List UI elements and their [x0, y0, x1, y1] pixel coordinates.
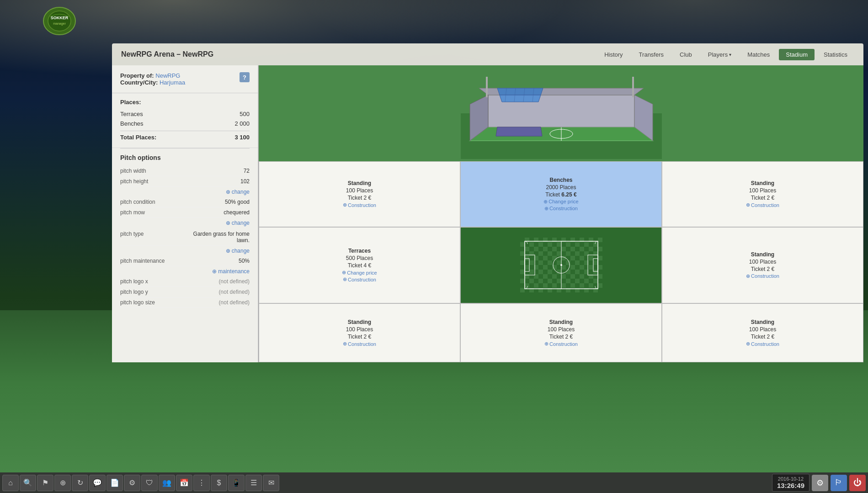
cell-tl-construction-link[interactable]: Construction [343, 202, 376, 208]
city-link[interactable]: Harjumaa [160, 79, 185, 86]
bars-icon[interactable]: ☰ [245, 475, 262, 491]
change-link-2[interactable]: change [226, 220, 250, 226]
content-body: Property of: NewRPG Country/City: Harjum… [112, 65, 863, 362]
cell-ml-title: Terraces [348, 248, 371, 254]
change-link-3[interactable]: change [226, 248, 250, 254]
terraces-value: 500 [240, 111, 250, 117]
stadium-3d-view [258, 65, 863, 161]
cell-ml-change-price-link[interactable]: Change price [342, 270, 377, 276]
maintenance-link[interactable]: maintenance [212, 268, 250, 275]
coins-icon[interactable]: $ [211, 475, 227, 491]
network-icon[interactable]: ⋮ [193, 475, 210, 491]
refresh-icon[interactable]: ↻ [72, 475, 88, 491]
cell-tr-construction-link[interactable]: Construction [746, 202, 779, 208]
cell-ml-construction-link[interactable]: Construction [343, 276, 376, 282]
gear-action-button[interactable]: ⚙ [812, 475, 828, 491]
country-city-row: Country/City: Harjumaa [120, 79, 185, 86]
flag-action-button[interactable]: 🏳 [831, 475, 847, 491]
terraces-row: Terraces 500 [120, 109, 250, 119]
change-link-1[interactable]: change [226, 189, 250, 195]
stadium-grid: Standing 100 Places Ticket 2 € Construct… [258, 161, 863, 362]
cell-standing-top-right[interactable]: Standing 100 Places Ticket 2 € Construct… [662, 161, 863, 227]
cell-bc-construction-link[interactable]: Construction [544, 341, 578, 347]
cell-bl-construction-link[interactable]: Construction [343, 341, 376, 347]
clock-date: 2016-10-12 [777, 476, 804, 482]
pitch-logo-size-value: (not defined) [219, 299, 250, 306]
cell-standing-bot-right[interactable]: Standing 100 Places Ticket 2 € Construct… [662, 303, 863, 362]
cell-standing-bot-left[interactable]: Standing 100 Places Ticket 2 € Construct… [259, 303, 460, 362]
benches-label: Benches [120, 120, 144, 127]
pitch-type-value: Garden grass for home lawn. [181, 231, 250, 244]
cell-standing-bot-center[interactable]: Standing 100 Places Ticket 2 € Construct… [460, 303, 662, 362]
main-container: NewRPG Arena – NewRPG History Transfers … [112, 43, 863, 470]
cell-tl-title: Standing [348, 180, 371, 186]
search-icon[interactable]: 🔍 [20, 475, 36, 491]
cell-tl-ticket: Ticket 2 € [348, 195, 372, 201]
svg-marker-19 [496, 127, 542, 136]
cell-tc-places: 2000 Places [546, 184, 576, 191]
mail-icon[interactable]: ✉ [263, 475, 279, 491]
benches-value: 2 000 [234, 120, 250, 127]
cell-bl-title: Standing [348, 319, 371, 325]
cell-mr-title: Standing [751, 251, 774, 258]
pitch-logo-x-label: pitch logo x [120, 278, 148, 285]
property-label: Property of: [120, 72, 154, 79]
cell-terraces-mid-left[interactable]: Terraces 500 Places Ticket 4 € Change pr… [259, 227, 460, 304]
shield-icon[interactable]: 🛡 [141, 475, 158, 491]
pitch-type-row: pitch type Garden grass for home lawn. [120, 228, 250, 246]
power-button[interactable]: ⏻ [849, 475, 866, 491]
tab-statistics[interactable]: Statistics [817, 49, 854, 60]
settings-icon[interactable]: ⚙ [124, 475, 140, 491]
logo-svg: SOKKER manager [39, 4, 80, 38]
total-places-value: 3 100 [234, 134, 250, 141]
chat-icon[interactable]: 💬 [89, 475, 106, 491]
pitch-options-section: Pitch options pitch width 72 pitch heigh… [112, 148, 258, 313]
cell-br-construction-link[interactable]: Construction [746, 341, 779, 347]
cell-br-places: 100 Places [749, 326, 776, 333]
pitch-mow-row: pitch mow chequered [120, 207, 250, 218]
svg-point-30 [560, 264, 562, 266]
flag-icon[interactable]: ⚑ [37, 475, 53, 491]
pitch-maintenance-label: pitch maintenance [120, 258, 165, 264]
cell-standing-mid-right[interactable]: Standing 100 Places Ticket 2 € Construct… [662, 227, 863, 304]
cell-bl-places: 100 Places [346, 326, 373, 333]
tab-matches[interactable]: Matches [740, 49, 777, 60]
cell-tc-price: 6.25 € [561, 191, 576, 198]
magnify-icon[interactable]: ⊕ [54, 475, 71, 491]
pitch-condition-label: pitch condition [120, 199, 155, 205]
home-icon[interactable]: ⌂ [2, 475, 19, 491]
property-owner[interactable]: NewRPG [155, 72, 180, 79]
calendar-icon[interactable]: 📅 [176, 475, 192, 491]
tab-history[interactable]: History [597, 49, 629, 60]
cell-tr-ticket: Ticket 2 € [751, 195, 775, 201]
cell-bc-places: 100 Places [548, 326, 575, 333]
pitch-mow-label: pitch mow [120, 209, 145, 216]
file-icon[interactable]: 📄 [107, 475, 123, 491]
pitch-options-title: Pitch options [120, 154, 250, 161]
pitch-logo-y-row: pitch logo y (not defined) [120, 287, 250, 297]
phone-icon[interactable]: 📱 [228, 475, 245, 491]
clock-display: 2016-10-12 13:26:49 [772, 474, 809, 492]
cell-mr-construction-link[interactable]: Construction [746, 273, 779, 279]
tab-players[interactable]: Players ▾ [701, 49, 738, 60]
property-section: Property of: NewRPG Country/City: Harjum… [112, 65, 258, 93]
page-title: NewRPG Arena – NewRPG [121, 50, 597, 58]
cell-standing-top-left[interactable]: Standing 100 Places Ticket 2 € Construct… [259, 161, 460, 227]
cell-ml-ticket: Ticket 4 € [348, 262, 372, 269]
cell-pitch-center [460, 227, 662, 304]
pitch-logo-y-value: (not defined) [219, 289, 250, 295]
tab-club[interactable]: Club [673, 49, 699, 60]
help-button[interactable]: ? [240, 72, 250, 82]
pitch-maintenance-row: pitch maintenance 50% [120, 256, 250, 266]
cell-tc-change-price-link[interactable]: Change price [543, 199, 578, 205]
stadium-isometric-svg [461, 68, 662, 159]
pitch-mow-value: chequered [224, 209, 250, 216]
cell-benches-top-center[interactable]: Benches 2000 Places Ticket 6.25 € Change… [460, 161, 662, 227]
property-info: Property of: NewRPG Country/City: Harjum… [120, 72, 185, 86]
toolbar-right: 2016-10-12 13:26:49 ⚙ 🏳 ⏻ [772, 474, 866, 492]
cell-tc-construction-link[interactable]: Construction [544, 206, 578, 212]
pitch-svg-container [461, 228, 661, 303]
users-icon[interactable]: 👥 [159, 475, 175, 491]
tab-stadium[interactable]: Stadium [779, 49, 815, 60]
tab-transfers[interactable]: Transfers [632, 49, 671, 60]
